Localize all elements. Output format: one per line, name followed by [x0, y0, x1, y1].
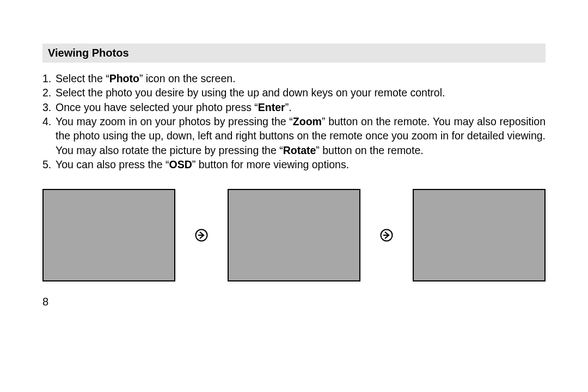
manual-page: Viewing Photos 1. Select the “Photo” ico…	[0, 0, 588, 308]
thumbnail	[42, 189, 175, 281]
step-number: 2.	[42, 85, 56, 100]
step-body: Select the “Photo” icon on the screen.	[56, 71, 546, 85]
list-item: 1. Select the “Photo” icon on the screen…	[42, 71, 546, 85]
step-body: You may zoom in on your photos by pressi…	[56, 114, 546, 157]
instruction-list: 1. Select the “Photo” icon on the screen…	[42, 71, 546, 171]
list-item: 3. Once you have selected your photo pre…	[42, 100, 546, 114]
photo-placeholder	[42, 189, 175, 281]
text: ” button for more viewing options.	[192, 158, 349, 170]
step-number: 5.	[42, 157, 56, 171]
section-heading-bar: Viewing Photos	[42, 44, 546, 63]
text: Once you have selected your photo press …	[56, 101, 258, 113]
bold-text: Rotate	[283, 144, 316, 156]
text: ” button on the remote.	[316, 144, 423, 156]
bold-text: Photo	[109, 72, 139, 84]
step-number: 1.	[42, 71, 56, 85]
arrow-right-icon	[380, 229, 393, 242]
text: You can also press the “	[56, 158, 169, 170]
bold-text: OSD	[169, 158, 192, 170]
text: ”.	[285, 101, 292, 113]
figure-row	[42, 189, 546, 281]
section-heading: Viewing Photos	[48, 47, 129, 59]
bold-text: Zoom	[293, 115, 322, 127]
list-item: 2. Select the photo you desire by using …	[42, 85, 546, 100]
bold-text: Enter	[258, 101, 285, 113]
thumbnail	[413, 189, 546, 281]
text: You may zoom in on your photos by pressi…	[56, 115, 293, 127]
step-body: You can also press the “OSD” button for …	[56, 157, 546, 171]
thumbnail	[228, 189, 360, 281]
step-body: Select the photo you desire by using the…	[56, 85, 546, 100]
photo-placeholder	[228, 189, 360, 281]
arrow-right-icon	[195, 229, 208, 242]
photo-placeholder	[413, 189, 546, 281]
step-body: Once you have selected your photo press …	[56, 100, 546, 114]
page-number: 8	[42, 296, 546, 308]
step-number: 3.	[42, 100, 56, 114]
text: Select the “	[56, 72, 109, 84]
text: ” icon on the screen.	[139, 72, 236, 84]
list-item: 5. You can also press the “OSD” button f…	[42, 157, 546, 171]
list-item: 4. You may zoom in on your photos by pre…	[42, 114, 546, 157]
step-number: 4.	[42, 114, 56, 157]
